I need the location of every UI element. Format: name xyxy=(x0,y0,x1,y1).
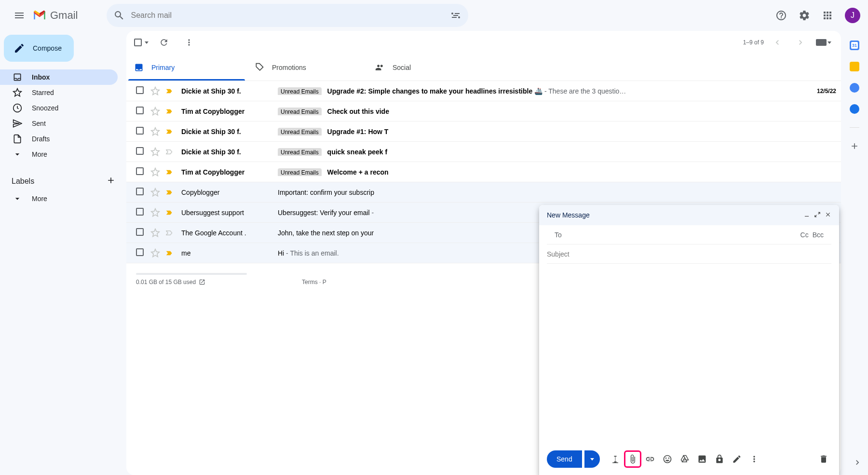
insert-link-button[interactable] xyxy=(642,451,658,467)
nav-starred[interactable]: Starred xyxy=(0,85,118,100)
terms-link[interactable]: Terms · P xyxy=(302,279,326,285)
important-marker[interactable] xyxy=(166,229,175,237)
tab-promotions[interactable]: Promotions xyxy=(247,54,367,81)
important-marker[interactable] xyxy=(166,148,175,156)
search-bar[interactable] xyxy=(107,4,468,27)
add-label-button[interactable] xyxy=(106,176,116,187)
row-checkbox[interactable] xyxy=(136,248,146,258)
row-checkbox[interactable] xyxy=(136,147,146,157)
confidential-mode-button[interactable] xyxy=(712,451,727,467)
apps-button[interactable] xyxy=(818,6,837,25)
cc-button[interactable]: Cc xyxy=(800,231,809,239)
gear-icon xyxy=(799,10,810,21)
subject-text: Upgrade #2: Simple changes to make your … xyxy=(327,87,542,95)
formatting-button[interactable] xyxy=(608,451,623,467)
gmail-logo[interactable]: Gmail xyxy=(33,9,78,22)
compose-button[interactable]: Compose xyxy=(4,35,74,62)
important-marker[interactable] xyxy=(166,249,175,257)
search-input[interactable] xyxy=(131,11,450,20)
insert-emoji-button[interactable] xyxy=(660,451,675,467)
svg-point-1 xyxy=(458,16,460,18)
more-actions-button[interactable] xyxy=(179,33,199,52)
show-side-panel-button[interactable] xyxy=(853,458,862,469)
send-button[interactable]: Send xyxy=(547,450,582,468)
email-row[interactable]: Dickie at Ship 30 f. Unread Emails Upgra… xyxy=(126,81,841,101)
compose-header[interactable]: New Message xyxy=(539,205,839,225)
select-all-checkbox[interactable] xyxy=(134,39,142,46)
row-checkbox[interactable] xyxy=(136,188,146,197)
insert-photo-button[interactable] xyxy=(694,451,710,467)
contacts-app-button[interactable] xyxy=(850,104,859,114)
refresh-button[interactable] xyxy=(154,33,174,52)
insert-drive-button[interactable] xyxy=(677,451,692,467)
row-checkbox[interactable] xyxy=(136,86,146,96)
row-checkbox[interactable] xyxy=(136,127,146,136)
email-row[interactable]: Tim at Copyblogger Unread Emails Check o… xyxy=(126,101,841,122)
star-button[interactable] xyxy=(150,248,160,258)
discard-draft-button[interactable] xyxy=(816,451,831,467)
nav-drafts[interactable]: Drafts xyxy=(0,131,118,147)
row-checkbox[interactable] xyxy=(136,228,146,238)
input-tools-button[interactable] xyxy=(814,33,833,52)
row-checkbox[interactable] xyxy=(136,167,146,177)
tab-label: Promotions xyxy=(272,64,306,71)
account-avatar[interactable]: J xyxy=(845,8,860,23)
compose-body[interactable] xyxy=(539,264,839,443)
select-all[interactable] xyxy=(134,39,149,46)
star-button[interactable] xyxy=(150,127,160,136)
attach-file-button[interactable] xyxy=(625,451,640,467)
insert-signature-button[interactable] xyxy=(729,451,745,467)
row-checkbox[interactable] xyxy=(136,208,146,217)
email-row[interactable]: Dickie at Ship 30 f. Unread Emails Upgra… xyxy=(126,122,841,142)
star-button[interactable] xyxy=(150,86,160,96)
subject-line: Important: confirm your subscrip xyxy=(278,189,797,196)
nav-labels-more[interactable]: More xyxy=(0,191,118,206)
star-button[interactable] xyxy=(150,228,160,238)
send-options-button[interactable] xyxy=(584,450,600,468)
add-ons-button[interactable] xyxy=(850,141,859,153)
prev-page-button[interactable] xyxy=(768,33,787,52)
tab-social[interactable]: Social xyxy=(367,54,488,81)
settings-button[interactable] xyxy=(795,6,814,25)
subject-input[interactable] xyxy=(547,244,831,263)
nav-snoozed[interactable]: Snoozed xyxy=(0,100,118,116)
to-input[interactable] xyxy=(568,231,797,239)
star-button[interactable] xyxy=(150,188,160,197)
nav-sent[interactable]: Sent xyxy=(0,116,118,131)
important-marker[interactable] xyxy=(166,128,175,136)
important-marker[interactable] xyxy=(166,209,175,217)
email-row[interactable]: Copyblogger Important: confirm your subs… xyxy=(126,182,841,203)
star-button[interactable] xyxy=(150,107,160,116)
pencil-icon xyxy=(14,42,25,54)
star-button[interactable] xyxy=(150,147,160,157)
subject-text: Hi xyxy=(278,249,284,257)
tab-primary[interactable]: Primary xyxy=(126,54,247,81)
important-marker[interactable] xyxy=(166,87,175,95)
important-marker[interactable] xyxy=(166,108,175,115)
header-actions: J xyxy=(772,6,860,25)
nav-more[interactable]: More xyxy=(0,147,118,162)
app-name: Gmail xyxy=(50,9,78,22)
open-link-icon[interactable] xyxy=(199,279,205,285)
support-button[interactable] xyxy=(772,6,791,25)
important-marker[interactable] xyxy=(166,189,175,196)
search-options-icon[interactable] xyxy=(450,10,461,21)
tasks-app-button[interactable] xyxy=(850,83,859,93)
fullscreen-button[interactable] xyxy=(814,211,821,219)
row-checkbox[interactable] xyxy=(136,107,146,116)
close-button[interactable] xyxy=(825,211,831,219)
preview-text: - These are the 3 questio… xyxy=(542,87,626,95)
email-row[interactable]: Tim at Copyblogger Unread Emails Welcome… xyxy=(126,162,841,182)
compose-more-button[interactable] xyxy=(746,451,762,467)
important-marker[interactable] xyxy=(166,168,175,176)
keep-app-button[interactable] xyxy=(850,62,859,71)
next-page-button[interactable] xyxy=(791,33,810,52)
nav-inbox[interactable]: Inbox xyxy=(0,69,118,85)
star-button[interactable] xyxy=(150,208,160,217)
email-row[interactable]: Dickie at Ship 30 f. Unread Emails quick… xyxy=(126,142,841,162)
calendar-app-button[interactable]: 31 xyxy=(850,41,859,50)
bcc-button[interactable]: Bcc xyxy=(813,231,824,239)
star-button[interactable] xyxy=(150,167,160,177)
main-menu-button[interactable] xyxy=(8,4,31,27)
minimize-button[interactable] xyxy=(803,211,810,219)
